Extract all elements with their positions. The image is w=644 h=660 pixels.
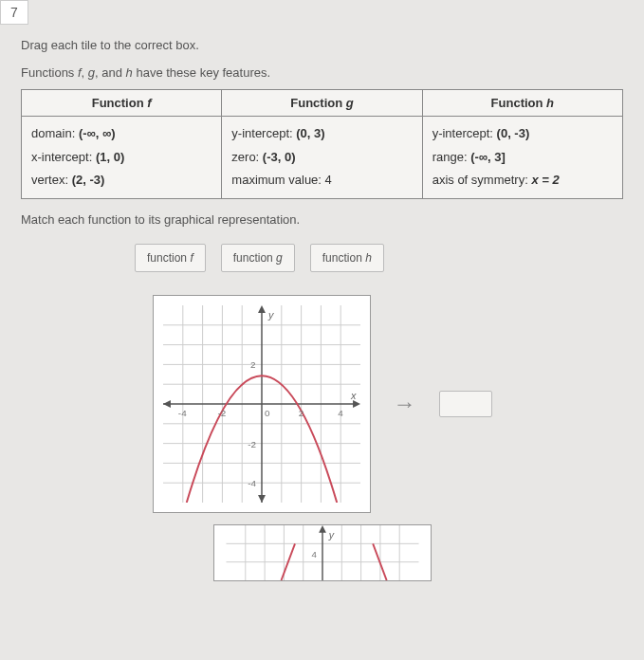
fn-f: f (78, 65, 82, 80)
tile-function-g[interactable]: function g (221, 244, 295, 272)
svg-text:4: 4 (311, 549, 317, 559)
svg-text:-4: -4 (177, 408, 186, 418)
svg-marker-18 (258, 305, 266, 313)
question-number: 7 (0, 0, 28, 25)
subtext: Functions f, g, and h have these key fea… (21, 65, 623, 80)
tile-function-f[interactable]: function f (135, 244, 206, 272)
instruction: Drag each tile to the correct box. (21, 38, 623, 52)
cell-h: y-intercept: (0, -3) range: (-∞, 3] axis… (422, 117, 622, 199)
graph-row-1: y x 0 -2 -4 2 4 2 -2 -4 → (21, 295, 623, 513)
svg-text:2: 2 (250, 359, 256, 370)
graph-1-svg: y x 0 -2 -4 2 4 2 -2 -4 (163, 305, 360, 503)
header-g: Function g (222, 90, 422, 117)
svg-marker-19 (258, 495, 266, 503)
graph-2: y 4 (213, 524, 432, 581)
svg-marker-17 (163, 400, 171, 408)
arrow-icon: → (394, 391, 416, 417)
svg-text:y: y (327, 529, 334, 541)
svg-text:0: 0 (264, 408, 269, 418)
y-label: y (267, 309, 273, 321)
x-label: x (350, 390, 357, 401)
fn-h: h (126, 65, 133, 80)
tile-function-h[interactable]: function h (310, 244, 384, 272)
subtext-c: have these key features. (133, 65, 270, 80)
drop-target-1[interactable] (439, 391, 492, 417)
subtext-b: , and (95, 65, 126, 80)
features-table: Function f Function g Function h domain:… (21, 89, 623, 199)
svg-text:-2: -2 (248, 439, 256, 449)
svg-marker-16 (353, 400, 360, 408)
svg-text:-4: -4 (248, 478, 256, 488)
cell-g: y-intercept: (0, 3) zero: (-3, 0) maximu… (222, 117, 422, 199)
content: Drag each tile to the correct box. Funct… (0, 25, 644, 595)
graph-2-svg: y 4 (214, 525, 431, 580)
svg-text:2: 2 (298, 408, 304, 418)
match-instruction: Match each function to its graphical rep… (21, 212, 623, 227)
graph-1: y x 0 -2 -4 2 4 2 -2 -4 (153, 295, 371, 513)
header-h: Function h (422, 90, 622, 117)
tile-row: function f function g function h (135, 244, 623, 272)
cell-f: domain: (-∞, ∞) x-intercept: (1, 0) vert… (22, 117, 222, 199)
svg-text:-2: -2 (217, 408, 226, 418)
subtext-a: Functions (21, 65, 78, 80)
svg-marker-39 (319, 525, 326, 533)
header-f: Function f (22, 90, 222, 117)
svg-text:4: 4 (338, 408, 343, 418)
fn-g: g (88, 65, 95, 80)
